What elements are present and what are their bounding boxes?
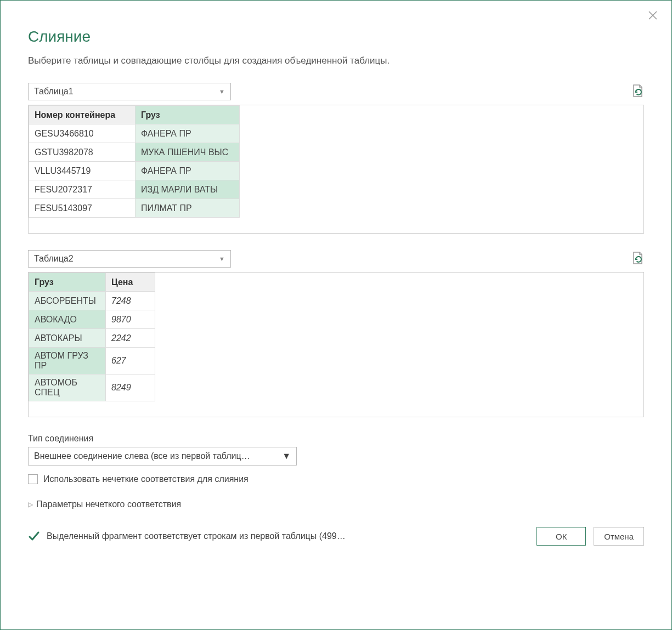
cell-num: FESU2072317 <box>29 180 135 199</box>
fuzzy-options-label: Параметры нечеткого соответствия <box>36 500 181 509</box>
fuzzy-checkbox-label: Использовать нечеткие соответствия для с… <box>43 474 249 484</box>
cell-price: 627 <box>106 348 155 374</box>
table2-header-price[interactable]: Цена <box>106 273 155 292</box>
status-text: Выделенный фрагмент соответствует строка… <box>47 531 346 541</box>
table1-dropdown-value: Таблица1 <box>34 87 74 97</box>
table-row[interactable]: АВОКАДО 9870 <box>29 310 155 329</box>
ok-button[interactable]: ОК <box>537 527 586 546</box>
cell-num: GSTU3982078 <box>29 143 135 162</box>
table-row[interactable]: АВТОМ ГРУЗ ПР 627 <box>29 348 155 374</box>
table2-grid[interactable]: Груз Цена АБСОРБЕНТЫ 7248 АВОКАДО 9870 А… <box>29 273 155 401</box>
checkmark-icon <box>28 530 40 542</box>
cell-price: 9870 <box>106 310 155 329</box>
refresh-icon <box>631 251 644 266</box>
cell-cargo: АВТОКАРЫ <box>29 329 106 348</box>
merge-dialog: Слияние Выберите таблицы и совпадающие с… <box>0 0 672 630</box>
cell-cargo: АВТОМОБ СПЕЦ <box>29 374 106 401</box>
table-row[interactable]: FESU5143097 ПИЛМАТ ПР <box>29 199 240 218</box>
dialog-buttons: ОК Отмена <box>537 527 644 546</box>
cell-cargo: АВОКАДО <box>29 310 106 329</box>
cell-price: 2242 <box>106 329 155 348</box>
cell-price: 7248 <box>106 292 155 310</box>
fuzzy-checkbox[interactable] <box>28 474 38 484</box>
table2-header-cargo[interactable]: Груз <box>29 273 106 292</box>
cell-cargo: ФАНЕРА ПР <box>135 124 240 143</box>
close-icon <box>648 10 658 20</box>
chevron-down-icon: ▼ <box>219 88 225 95</box>
table2-refresh-button[interactable] <box>631 251 644 268</box>
table1-grid[interactable]: Номер контейнера Груз GESU3466810 ФАНЕРА… <box>29 105 240 218</box>
cell-cargo: ФАНЕРА ПР <box>135 162 240 180</box>
join-type-dropdown[interactable]: Внешнее соединение слева (все из первой … <box>28 447 297 466</box>
table-row[interactable]: GESU3466810 ФАНЕРА ПР <box>29 124 240 143</box>
cell-cargo: АВТОМ ГРУЗ ПР <box>29 348 106 374</box>
refresh-icon <box>631 83 644 99</box>
table2-selector-row: Таблица2 ▼ <box>28 250 644 268</box>
table-row[interactable]: GSTU3982078 МУКА ПШЕНИЧ ВЫС <box>29 143 240 162</box>
cell-cargo: ПИЛМАТ ПР <box>135 199 240 218</box>
table1-refresh-button[interactable] <box>631 83 644 100</box>
cancel-button[interactable]: Отмена <box>594 527 644 546</box>
cell-cargo: ИЗД МАРЛИ ВАТЫ <box>135 180 240 199</box>
dialog-footer: Выделенный фрагмент соответствует строка… <box>28 527 644 546</box>
status-message: Выделенный фрагмент соответствует строка… <box>28 530 346 542</box>
chevron-right-icon: ▷ <box>28 501 33 508</box>
dialog-subtitle: Выберите таблицы и совпадающие столбцы д… <box>28 55 644 66</box>
table-row[interactable]: АБСОРБЕНТЫ 7248 <box>29 292 155 310</box>
table2-dropdown[interactable]: Таблица2 ▼ <box>28 250 231 268</box>
table-row[interactable]: АВТОКАРЫ 2242 <box>29 329 155 348</box>
cell-cargo: МУКА ПШЕНИЧ ВЫС <box>135 143 240 162</box>
fuzzy-checkbox-row[interactable]: Использовать нечеткие соответствия для с… <box>28 474 644 484</box>
table-row[interactable]: VLLU3445719 ФАНЕРА ПР <box>29 162 240 180</box>
table1-dropdown[interactable]: Таблица1 ▼ <box>28 83 231 100</box>
cell-num: FESU5143097 <box>29 199 135 218</box>
dialog-title: Слияние <box>28 28 644 46</box>
table2-preview: Груз Цена АБСОРБЕНТЫ 7248 АВОКАДО 9870 А… <box>28 272 644 417</box>
chevron-down-icon: ▼ <box>282 451 291 461</box>
cell-num: GESU3466810 <box>29 124 135 143</box>
table-row[interactable]: АВТОМОБ СПЕЦ 8249 <box>29 374 155 401</box>
close-button[interactable] <box>648 10 658 22</box>
cell-cargo: АБСОРБЕНТЫ <box>29 292 106 310</box>
table1-header-num[interactable]: Номер контейнера <box>29 106 135 124</box>
join-type-label: Тип соединения <box>28 434 644 444</box>
fuzzy-options-expander[interactable]: ▷ Параметры нечеткого соответствия <box>28 500 644 509</box>
table2-dropdown-value: Таблица2 <box>34 254 74 264</box>
chevron-down-icon: ▼ <box>219 256 225 262</box>
table-row[interactable]: FESU2072317 ИЗД МАРЛИ ВАТЫ <box>29 180 240 199</box>
join-type-value: Внешнее соединение слева (все из первой … <box>34 451 250 461</box>
table1-selector-row: Таблица1 ▼ <box>28 83 644 100</box>
cell-num: VLLU3445719 <box>29 162 135 180</box>
cell-price: 8249 <box>106 374 155 401</box>
table1-header-cargo[interactable]: Груз <box>135 106 240 124</box>
table1-preview: Номер контейнера Груз GESU3466810 ФАНЕРА… <box>28 105 644 234</box>
